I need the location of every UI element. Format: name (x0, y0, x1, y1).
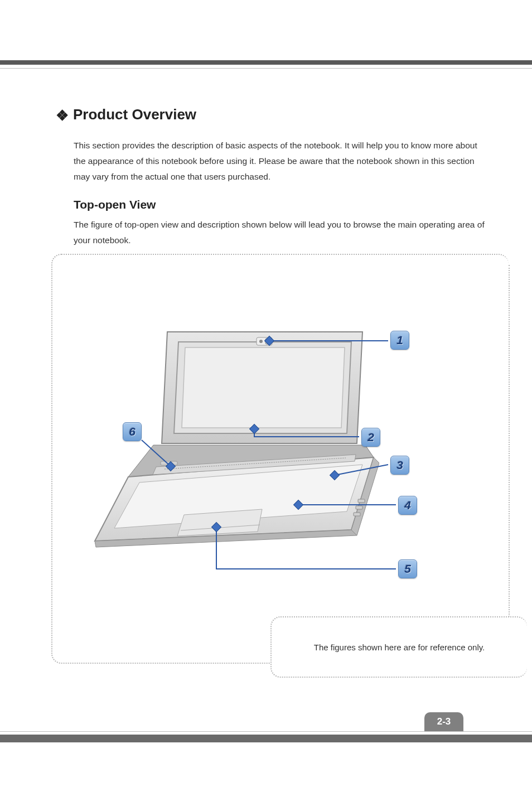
bottom-rule-thin (0, 731, 532, 732)
subheading-top-open-view: Top-open View (74, 198, 485, 211)
heading-product-overview: ❖Product Overview (56, 106, 485, 123)
callout-number: 3 (396, 458, 403, 472)
top-rule-dark (0, 60, 532, 65)
callout-badge-4: 4 (398, 496, 417, 515)
subintro-paragraph: The figure of top-open view and descript… (74, 217, 485, 248)
svg-rect-5 (265, 339, 270, 344)
callout-badge-3: 3 (390, 456, 409, 475)
intro-paragraph: This section provides the description of… (74, 138, 485, 185)
reference-note-text: The figures shown here are for reference… (297, 643, 502, 652)
page-number-text: 2-3 (437, 716, 451, 727)
svg-marker-2 (182, 347, 345, 428)
svg-rect-16 (358, 499, 365, 503)
laptop-diagram: 1 2 3 4 5 6 (67, 304, 502, 605)
svg-point-4 (259, 340, 263, 343)
bottom-rule-dark (0, 735, 532, 742)
svg-rect-18 (354, 513, 360, 516)
callout-badge-6: 6 (123, 422, 142, 441)
bullet-diamond-icon: ❖ (56, 107, 69, 124)
document-page: ❖Product Overview This section provides … (0, 0, 532, 787)
svg-rect-17 (356, 506, 362, 509)
callout-badge-5: 5 (398, 559, 417, 578)
callout-number: 4 (404, 499, 411, 512)
callout-number: 5 (404, 562, 411, 576)
content-block: ❖Product Overview This section provides … (56, 106, 485, 262)
callout-number: 6 (129, 425, 136, 438)
callout-badge-2: 2 (361, 428, 380, 447)
page-number-tab: 2-3 (424, 712, 463, 731)
callout-number: 2 (367, 431, 374, 444)
callout-number: 1 (396, 334, 403, 347)
callout-badge-1: 1 (390, 331, 409, 350)
svg-rect-15 (161, 461, 177, 465)
reference-note-box: The figures shown here are for reference… (270, 616, 527, 678)
heading-text: Product Overview (73, 106, 196, 123)
top-rule-thin (0, 68, 532, 69)
